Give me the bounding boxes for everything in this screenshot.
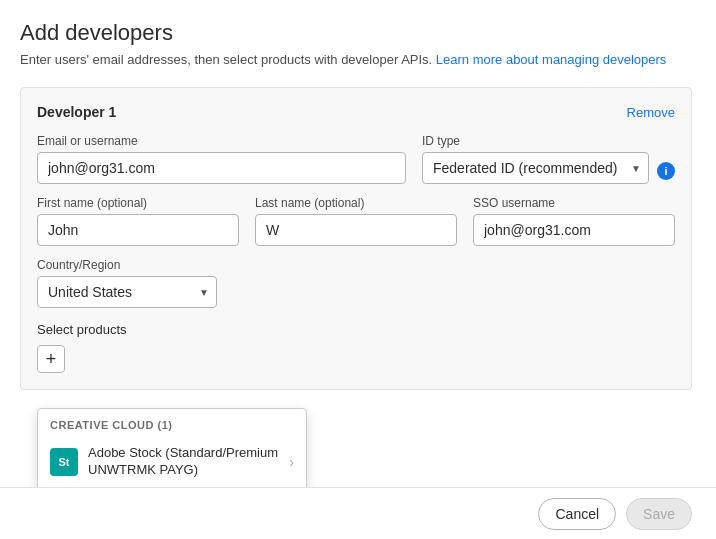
- select-products-label: Select products: [37, 322, 675, 337]
- country-select-wrapper: United States Canada United Kingdom ▼: [37, 276, 217, 308]
- lastname-label: Last name (optional): [255, 196, 457, 210]
- firstname-input[interactable]: [37, 214, 239, 246]
- email-idtype-row: Email or username ID type Federated ID (…: [37, 134, 675, 184]
- adobe-stock-name: Adobe Stock (Standard/Premium UNWTRMK PA…: [88, 445, 279, 479]
- country-group: Country/Region United States Canada Unit…: [37, 258, 675, 308]
- sso-group: SSO username: [473, 196, 675, 246]
- sso-label: SSO username: [473, 196, 675, 210]
- firstname-group: First name (optional): [37, 196, 239, 246]
- product-dropdown: CREATIVE CLOUD (1) St Adobe Stock (Stand…: [37, 408, 307, 487]
- learn-more-link[interactable]: Learn more about managing developers: [436, 52, 667, 67]
- info-icon[interactable]: i: [657, 162, 675, 180]
- lastname-input[interactable]: [255, 214, 457, 246]
- idtype-group: ID type Federated ID (recommended) Enter…: [422, 134, 675, 184]
- cancel-button[interactable]: Cancel: [538, 498, 616, 530]
- developer-title: Developer 1: [37, 104, 116, 120]
- name-sso-row: First name (optional) Last name (optiona…: [37, 196, 675, 246]
- remove-button[interactable]: Remove: [627, 105, 675, 120]
- idtype-label: ID type: [422, 134, 649, 148]
- developer-section-header: Developer 1 Remove: [37, 104, 675, 120]
- adobe-stock-icon: St: [50, 448, 78, 476]
- idtype-select-wrap: ID type Federated ID (recommended) Enter…: [422, 134, 649, 184]
- email-input[interactable]: [37, 152, 406, 184]
- firstname-label: First name (optional): [37, 196, 239, 210]
- page-title: Add developers: [20, 20, 692, 46]
- chevron-right-icon: ›: [289, 454, 294, 470]
- developer-section: Developer 1 Remove Email or username ID …: [20, 87, 692, 390]
- add-product-button[interactable]: +: [37, 345, 65, 373]
- bottom-bar: Cancel Save: [0, 487, 716, 539]
- lastname-group: Last name (optional): [255, 196, 457, 246]
- creative-cloud-header: CREATIVE CLOUD (1): [38, 409, 306, 437]
- main-scroll-area[interactable]: Add developers Enter users' email addres…: [0, 0, 716, 487]
- save-button[interactable]: Save: [626, 498, 692, 530]
- email-group: Email or username: [37, 134, 406, 184]
- page-subtitle: Enter users' email addresses, then selec…: [20, 52, 692, 67]
- idtype-select-wrapper: Federated ID (recommended) Enterprise ID…: [422, 152, 649, 184]
- country-label: Country/Region: [37, 258, 675, 272]
- sso-input[interactable]: [473, 214, 675, 246]
- country-select[interactable]: United States Canada United Kingdom: [37, 276, 217, 308]
- idtype-select[interactable]: Federated ID (recommended) Enterprise ID…: [422, 152, 649, 184]
- adobe-stock-item[interactable]: St Adobe Stock (Standard/Premium UNWTRMK…: [38, 437, 306, 487]
- plus-icon: +: [46, 349, 57, 370]
- select-products-area: Select products +: [37, 322, 675, 373]
- email-label: Email or username: [37, 134, 406, 148]
